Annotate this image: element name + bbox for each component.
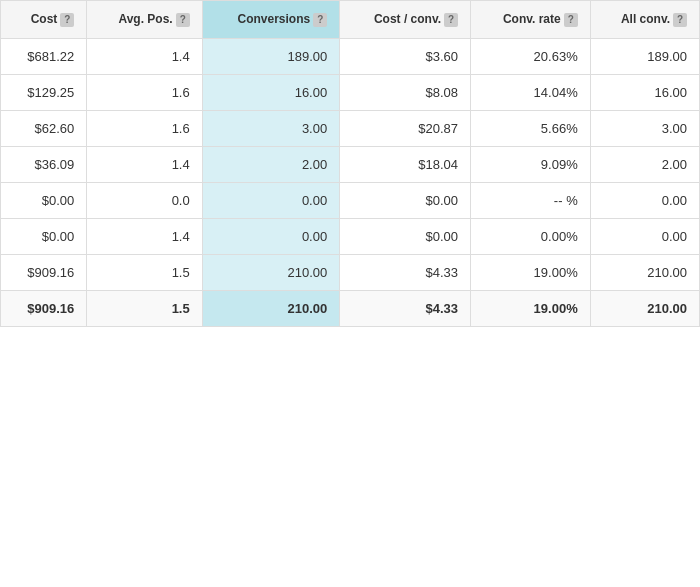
table-row: $62.601.63.00$20.875.66%3.00: [1, 110, 700, 146]
header-row: Cost?Avg. Pos.?Conversions?Cost / conv.?…: [1, 1, 700, 39]
header-cost-conv: Cost / conv.?: [340, 1, 471, 39]
cell-conv-rate: 0.00%: [471, 218, 591, 254]
cell-all-conv: 0.00: [590, 182, 699, 218]
header-label-avg-pos: Avg. Pos.: [118, 12, 172, 26]
data-table: Cost?Avg. Pos.?Conversions?Cost / conv.?…: [0, 0, 700, 327]
cell-cost: $0.00: [1, 182, 87, 218]
help-icon-cost[interactable]: ?: [60, 13, 74, 27]
cell-conversions: 2.00: [202, 146, 340, 182]
cell-avg-pos: 1.4: [87, 38, 202, 74]
cell-avg-pos: 1.4: [87, 218, 202, 254]
cell-conversions: 3.00: [202, 110, 340, 146]
table-row: $0.000.00.00$0.00-- %0.00: [1, 182, 700, 218]
cell-conv-rate: 19.00%: [471, 254, 591, 290]
table-row: $129.251.616.00$8.0814.04%16.00: [1, 74, 700, 110]
cell-cost-conv: $0.00: [340, 218, 471, 254]
cell-avg-pos: 1.4: [87, 146, 202, 182]
cell-conv-rate: -- %: [471, 182, 591, 218]
cell-conversions: 16.00: [202, 74, 340, 110]
cell-cost-conv: $8.08: [340, 74, 471, 110]
header-label-all-conv: All conv.: [621, 12, 670, 26]
cell-cost-conv: $3.60: [340, 38, 471, 74]
table-row: $0.001.40.00$0.000.00%0.00: [1, 218, 700, 254]
cell-avg-pos: 0.0: [87, 182, 202, 218]
header-label-cost: Cost: [31, 12, 58, 26]
header-label-conversions: Conversions: [238, 12, 311, 26]
help-icon-conversions[interactable]: ?: [313, 13, 327, 27]
cell-cost-conv: $18.04: [340, 146, 471, 182]
cell-cost-conv: $4.33: [340, 290, 471, 326]
cell-cost-conv: $20.87: [340, 110, 471, 146]
cell-cost-conv: $4.33: [340, 254, 471, 290]
cell-conv-rate: 9.09%: [471, 146, 591, 182]
header-avg-pos: Avg. Pos.?: [87, 1, 202, 39]
cell-conversions: 210.00: [202, 290, 340, 326]
cell-cost: $62.60: [1, 110, 87, 146]
cell-conv-rate: 14.04%: [471, 74, 591, 110]
header-cost: Cost?: [1, 1, 87, 39]
total-row: $909.161.5210.00$4.3319.00%210.00: [1, 290, 700, 326]
cell-cost-conv: $0.00: [340, 182, 471, 218]
cell-conversions: 0.00: [202, 218, 340, 254]
cell-all-conv: 3.00: [590, 110, 699, 146]
header-label-conv-rate: Conv. rate: [503, 12, 561, 26]
cell-all-conv: 189.00: [590, 38, 699, 74]
cell-avg-pos: 1.6: [87, 110, 202, 146]
help-icon-cost-conv[interactable]: ?: [444, 13, 458, 27]
cell-conv-rate: 5.66%: [471, 110, 591, 146]
cell-all-conv: 2.00: [590, 146, 699, 182]
cell-cost: $129.25: [1, 74, 87, 110]
subtotal-row: $909.161.5210.00$4.3319.00%210.00: [1, 254, 700, 290]
cell-conv-rate: 20.63%: [471, 38, 591, 74]
help-icon-avg-pos[interactable]: ?: [176, 13, 190, 27]
cell-all-conv: 0.00: [590, 218, 699, 254]
help-icon-conv-rate[interactable]: ?: [564, 13, 578, 27]
header-conversions: Conversions?: [202, 1, 340, 39]
cell-cost: $909.16: [1, 290, 87, 326]
table-body: $681.221.4189.00$3.6020.63%189.00$129.25…: [1, 38, 700, 326]
cell-cost: $36.09: [1, 146, 87, 182]
cell-cost: $0.00: [1, 218, 87, 254]
header-label-cost-conv: Cost / conv.: [374, 12, 441, 26]
cell-conversions: 0.00: [202, 182, 340, 218]
cell-all-conv: 210.00: [590, 290, 699, 326]
cell-avg-pos: 1.5: [87, 254, 202, 290]
header-conv-rate: Conv. rate?: [471, 1, 591, 39]
help-icon-all-conv[interactable]: ?: [673, 13, 687, 27]
cell-all-conv: 210.00: [590, 254, 699, 290]
cell-conversions: 210.00: [202, 254, 340, 290]
header-all-conv: All conv.?: [590, 1, 699, 39]
cell-cost: $909.16: [1, 254, 87, 290]
table-row: $681.221.4189.00$3.6020.63%189.00: [1, 38, 700, 74]
cell-cost: $681.22: [1, 38, 87, 74]
cell-conv-rate: 19.00%: [471, 290, 591, 326]
table-row: $36.091.42.00$18.049.09%2.00: [1, 146, 700, 182]
cell-avg-pos: 1.6: [87, 74, 202, 110]
cell-avg-pos: 1.5: [87, 290, 202, 326]
cell-conversions: 189.00: [202, 38, 340, 74]
cell-all-conv: 16.00: [590, 74, 699, 110]
